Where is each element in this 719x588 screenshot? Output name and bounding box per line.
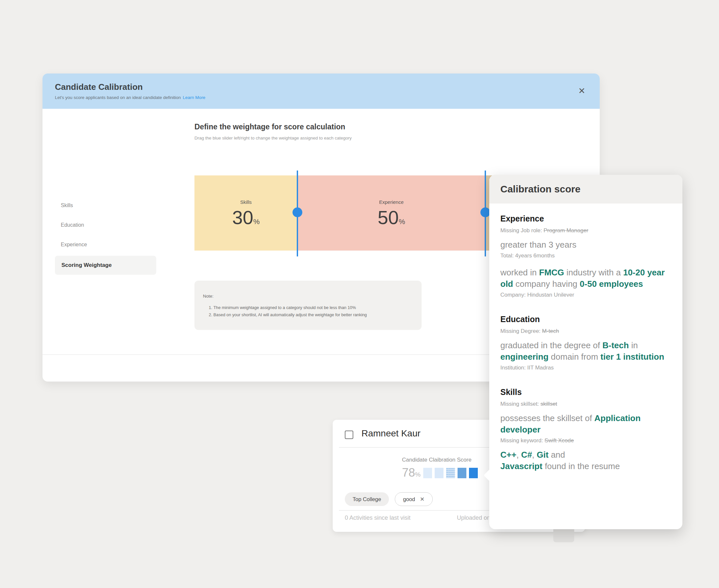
candidate-checkbox[interactable] (345, 430, 353, 439)
detail-text: Institution: IIT Madras (500, 364, 671, 371)
note-title: Note: (203, 294, 412, 299)
sidebar-item-experience[interactable]: Experience (61, 242, 87, 248)
learn-more-link[interactable]: Learn More (183, 95, 205, 100)
criteria-text: graduated in the degree of B-tech in eng… (500, 340, 671, 363)
popup-section-experience: ExperienceMissing Job role: Program Mana… (500, 214, 671, 298)
candidate-name: Ramneet Kaur (362, 428, 420, 439)
tag-top-college: Top College (345, 492, 389, 506)
score-squares (423, 468, 478, 478)
missing-row: Missing keyword: Swift Xcode (500, 437, 671, 444)
score-square (457, 468, 466, 478)
missing-row: Missing Job role: Program Manager (500, 227, 671, 234)
page: { "modal": { "title": "Candidate Calibra… (0, 0, 719, 588)
popup-section-skills: SkillsMissing skillset: skillsetpossesse… (500, 387, 671, 472)
sidebar-item-scoring-weightage[interactable]: Scoring Weightage (55, 256, 156, 275)
segment-value: 50% (377, 208, 405, 227)
slider-segment-skills: Skills 30% (194, 175, 297, 251)
activities-text: 0 Activities since last visit (345, 514, 410, 521)
popup-title: Calibration score (500, 184, 580, 195)
modal-header: Candidate Calibration Let's you score ap… (42, 74, 600, 109)
uploaded-text: Uploaded on (457, 514, 490, 521)
detail-text: Total: 4years 6months (500, 253, 671, 259)
calibration-score-popup: Calibration score ExperienceMissing Job … (489, 175, 682, 529)
popup-section-education: EducationMissing Degree: M-techgraduated… (500, 315, 671, 371)
section-heading: Skills (500, 387, 671, 397)
modal-subtitle-text: Let's you score applicants based on an i… (55, 95, 181, 100)
sidebar-item-skills[interactable]: Skills (61, 203, 73, 208)
score-square (435, 468, 444, 478)
score-square (423, 468, 432, 478)
calibration-score-value: 78% (402, 466, 420, 480)
score-square (446, 468, 455, 478)
note-list: The minimum weightage assigned to a cate… (203, 305, 412, 317)
popup-sections: ExperienceMissing Job role: Program Mana… (489, 204, 682, 472)
criteria-text: greater than 3 years (500, 239, 671, 251)
tag-close-icon[interactable]: ✕ (420, 496, 425, 503)
missing-row: Missing skillset: skillset (500, 401, 671, 407)
struck-value: Swift Xcode (545, 437, 574, 444)
slider-handle-2-dot[interactable] (480, 207, 490, 217)
score-square (469, 468, 478, 478)
struck-value: Program Manager (543, 227, 588, 234)
missing-row: Missing Degree: M-tech (500, 328, 671, 335)
sidebar-item-education[interactable]: Education (61, 222, 84, 228)
struck-value: skillset (540, 401, 557, 407)
segment-value: 30% (232, 208, 260, 227)
tag-row: Top College good ✕ (345, 492, 433, 506)
slider-handle-1-dot[interactable] (292, 207, 302, 217)
weightage-heading: Define the weightage for score calculati… (194, 123, 345, 131)
tag-label: Top College (353, 496, 381, 502)
slider-segment-experience: Experience 50% (297, 175, 485, 251)
segment-label: Skills (240, 199, 252, 205)
note-item: The minimum weightage assigned to a cate… (213, 305, 412, 310)
section-heading: Experience (500, 214, 671, 224)
weightage-subheading: Drag the blue slider left/right to chang… (194, 135, 352, 141)
criteria-text: worked in FMCG industry with a 10-20 yea… (500, 267, 671, 290)
tag-good: good ✕ (395, 492, 433, 506)
section-heading: Education (500, 315, 671, 324)
tag-label: good (403, 496, 415, 502)
calibration-score-label: Candidate Claibration Score (402, 457, 472, 463)
modal-title: Candidate Calibration (55, 82, 600, 92)
criteria-text: possesses the skillset of Application de… (500, 413, 671, 436)
note-box: Note: The minimum weightage assigned to … (194, 280, 422, 330)
modal-subtitle: Let's you score applicants based on an i… (55, 95, 600, 100)
segment-label: Experience (379, 199, 404, 205)
struck-value: M-tech (542, 328, 559, 334)
criteria-text: C++, C#, Git andJavascript found in the … (500, 449, 671, 472)
popup-header: Calibration score (489, 175, 682, 204)
note-item: Based on your shortlist, AI will automat… (213, 312, 412, 317)
detail-text: Company: Hindustan Unilever (500, 292, 671, 298)
close-icon[interactable]: ✕ (578, 87, 586, 95)
